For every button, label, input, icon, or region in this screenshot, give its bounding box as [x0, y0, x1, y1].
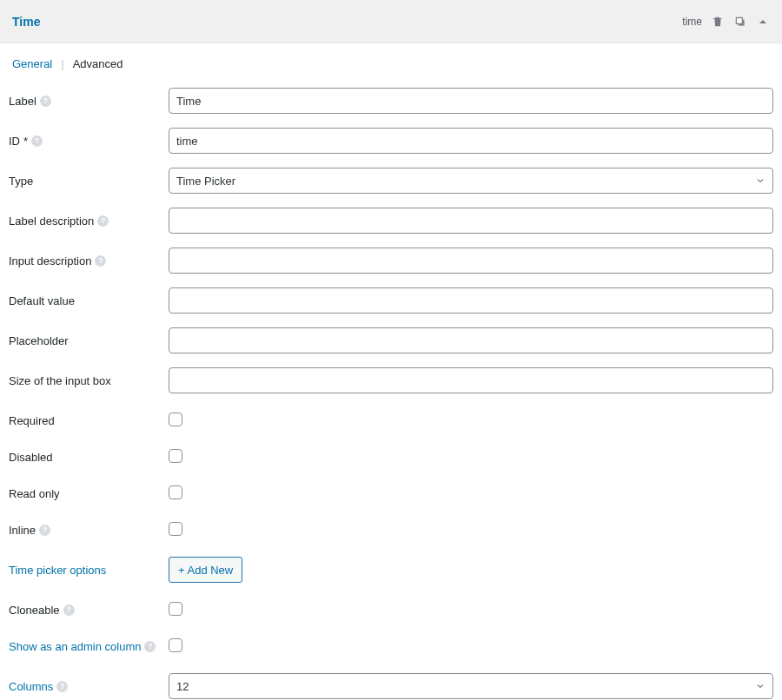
label-disabled-text: Disabled	[9, 451, 53, 464]
label-placeholder-text: Placeholder	[9, 334, 69, 347]
label-label-text: Label	[9, 95, 36, 108]
row-disabled: Disabled	[9, 444, 773, 470]
row-label: Label ?	[9, 88, 773, 114]
label-input-description: Input description ?	[9, 254, 169, 267]
row-type: Type Time Picker	[9, 168, 773, 194]
label-description-input[interactable]	[169, 208, 773, 234]
default-value-input[interactable]	[169, 287, 773, 314]
trash-icon[interactable]	[711, 15, 725, 29]
required-checkbox[interactable]	[169, 413, 182, 426]
label-input-size-text: Size of the input box	[9, 374, 111, 387]
panel-slug: time	[682, 16, 702, 28]
placeholder-input[interactable]	[169, 327, 773, 353]
label-columns[interactable]: Columns ?	[9, 680, 169, 693]
row-placeholder: Placeholder	[9, 327, 773, 353]
panel-header: Time time	[0, 0, 782, 43]
row-input-description: Input description ?	[9, 248, 773, 274]
label-cloneable-text: Cloneable	[9, 604, 60, 617]
input-size-input[interactable]	[169, 367, 773, 393]
label-id-text: ID	[9, 135, 20, 148]
row-cloneable: Cloneable ?	[9, 597, 773, 623]
label-label-description: Label description ?	[9, 215, 169, 228]
id-input[interactable]	[169, 128, 773, 154]
label-type-text: Type	[9, 175, 33, 188]
label-time-picker-options-text: Time picker options	[9, 564, 106, 577]
label-input[interactable]	[169, 88, 773, 114]
row-admin-column: Show as an admin column ?	[9, 633, 773, 659]
panel-title: Time	[12, 15, 682, 29]
label-placeholder: Placeholder	[9, 334, 169, 347]
inline-checkbox[interactable]	[169, 522, 182, 536]
help-icon[interactable]: ?	[97, 215, 109, 227]
label-readonly-text: Read only	[9, 487, 60, 500]
type-select-value: Time Picker	[176, 175, 235, 188]
tab-advanced[interactable]: Advanced	[70, 56, 127, 72]
label-label-description-text: Label description	[9, 215, 94, 228]
label-default-value-text: Default value	[9, 294, 75, 307]
columns-select-value: 12	[176, 680, 189, 693]
label-id: ID* ?	[9, 135, 169, 148]
help-icon[interactable]: ?	[40, 96, 51, 107]
type-select[interactable]: Time Picker	[169, 168, 773, 194]
chevron-down-icon	[755, 681, 765, 691]
label-default-value: Default value	[9, 294, 169, 307]
help-icon[interactable]: ?	[31, 135, 43, 147]
label-type: Type	[9, 175, 169, 188]
label-inline-text: Inline	[9, 524, 36, 537]
row-input-size: Size of the input box	[9, 367, 773, 393]
row-readonly: Read only	[9, 480, 773, 506]
label-input-size: Size of the input box	[9, 374, 169, 387]
columns-select[interactable]: 12	[169, 673, 773, 699]
chevron-down-icon	[755, 175, 765, 186]
tab-separator: |	[59, 56, 65, 72]
label-inline: Inline ?	[9, 524, 169, 537]
row-default-value: Default value	[9, 287, 773, 314]
row-inline: Inline ?	[9, 517, 773, 543]
input-description-input[interactable]	[169, 248, 773, 274]
required-star: *	[23, 135, 28, 148]
admin-column-checkbox[interactable]	[169, 638, 182, 652]
help-icon[interactable]: ?	[95, 255, 106, 267]
disabled-checkbox[interactable]	[169, 449, 182, 463]
collapse-icon[interactable]	[756, 15, 770, 29]
copy-icon[interactable]	[733, 15, 747, 29]
label-disabled: Disabled	[9, 451, 169, 464]
label-readonly: Read only	[9, 487, 169, 500]
readonly-checkbox[interactable]	[169, 485, 182, 499]
row-columns: Columns ? 12	[9, 673, 773, 699]
label-admin-column[interactable]: Show as an admin column ?	[9, 640, 169, 653]
label-time-picker-options[interactable]: Time picker options	[9, 564, 169, 577]
panel-actions: time	[682, 15, 770, 29]
label-cloneable: Cloneable ?	[9, 604, 169, 617]
label-required: Required	[9, 414, 169, 427]
label-input-description-text: Input description	[9, 254, 91, 267]
label-columns-text: Columns	[9, 680, 53, 693]
row-required: Required	[9, 407, 773, 433]
cloneable-checkbox[interactable]	[169, 602, 182, 616]
add-new-button[interactable]: + Add New	[169, 557, 242, 583]
help-icon[interactable]: ?	[144, 641, 156, 652]
label-required-text: Required	[9, 414, 55, 427]
label-admin-column-text: Show as an admin column	[9, 640, 141, 653]
tab-general[interactable]: General	[9, 56, 56, 72]
help-icon[interactable]: ?	[63, 604, 75, 616]
tabs: General | Advanced	[0, 43, 782, 81]
row-label-description: Label description ?	[9, 208, 773, 234]
row-id: ID* ?	[9, 128, 773, 154]
help-icon[interactable]: ?	[56, 681, 68, 692]
label-label: Label ?	[9, 95, 169, 108]
help-icon[interactable]: ?	[39, 525, 50, 536]
form-general: Label ? ID* ? Type Time Picker	[0, 81, 782, 700]
row-time-picker-options: Time picker options + Add New	[9, 557, 773, 583]
